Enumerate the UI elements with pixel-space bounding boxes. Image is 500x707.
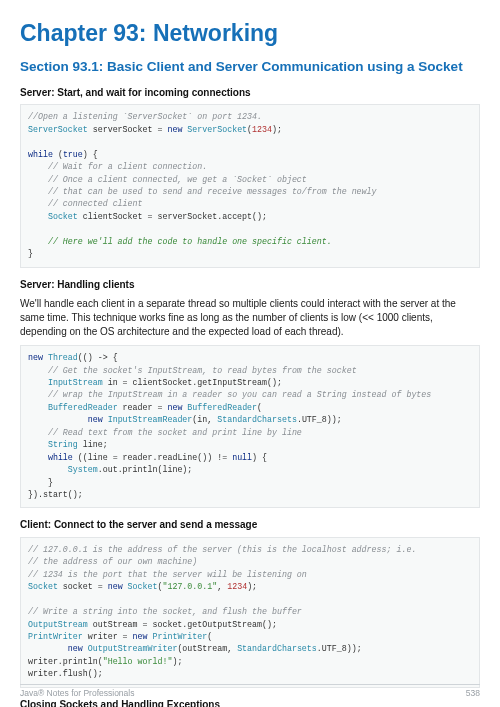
subheading-client-connect: Client: Connect to the server and send a… xyxy=(20,518,480,532)
footer-page-number: 538 xyxy=(466,688,480,699)
subheading-closing-sockets: Closing Sockets and Handling Exceptions xyxy=(20,698,480,707)
section-title: Section 93.1: Basic Client and Server Co… xyxy=(20,59,480,76)
code-block-server-handling: new Thread(() -> { // Get the socket's I… xyxy=(20,345,480,508)
code-block-server-start: //Open a listening `ServerSocket` on por… xyxy=(20,104,480,267)
subheading-server-start: Server: Start, and wait for incoming con… xyxy=(20,86,480,100)
footer-left: Java® Notes for Professionals xyxy=(20,688,134,699)
subheading-server-handling: Server: Handling clients xyxy=(20,278,480,292)
chapter-title: Chapter 93: Networking xyxy=(20,18,480,49)
paragraph-handling-clients: We'll handle each client in a separate t… xyxy=(20,297,480,339)
code-block-client: // 127.0.0.1 is the address of the serve… xyxy=(20,537,480,688)
page-footer: Java® Notes for Professionals 538 xyxy=(20,684,480,699)
